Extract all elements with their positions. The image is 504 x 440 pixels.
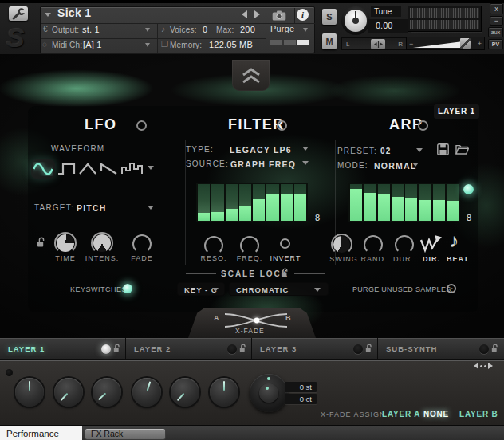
prev-instrument-arrow[interactable] bbox=[242, 10, 247, 18]
tab-layer-2-lock-icon[interactable] bbox=[239, 344, 246, 353]
arp-preset-dropdown-arrow[interactable] bbox=[416, 148, 423, 152]
filter-type-dropdown-arrow[interactable] bbox=[302, 147, 309, 151]
arp-swing-knob[interactable] bbox=[331, 234, 352, 255]
panel-nav-arrows[interactable] bbox=[474, 363, 493, 369]
graph-step-bar[interactable] bbox=[239, 184, 251, 221]
arp-mode-dropdown-arrow[interactable] bbox=[412, 163, 419, 167]
tab-performance[interactable]: Performance bbox=[0, 426, 82, 440]
filter-resonance-knob[interactable] bbox=[204, 236, 223, 255]
arp-power-led[interactable] bbox=[418, 120, 428, 131]
filter-source-value[interactable]: GRAPH FREQ bbox=[230, 159, 296, 169]
waveform-square-icon[interactable] bbox=[57, 163, 76, 175]
next-instrument-arrow[interactable] bbox=[254, 10, 260, 18]
tab-layer-1[interactable]: LAYER 1 bbox=[0, 338, 125, 359]
arp-mode-value[interactable]: NORMAL bbox=[374, 161, 416, 171]
lfo-fade-knob[interactable] bbox=[132, 234, 152, 253]
aux-button[interactable]: aux bbox=[488, 27, 503, 37]
minimize-button[interactable]: − bbox=[490, 16, 503, 26]
volume-handle[interactable] bbox=[460, 38, 471, 49]
snapshot-camera-icon[interactable] bbox=[272, 10, 286, 21]
pitch-semitones-value[interactable]: 0 st bbox=[285, 382, 317, 392]
info-button[interactable]: i bbox=[297, 9, 309, 21]
lfo-lock-icon[interactable] bbox=[37, 237, 45, 248]
arp-direction-icon[interactable] bbox=[419, 234, 443, 253]
tab-sub-synth-led[interactable] bbox=[479, 344, 489, 354]
waveform-saw-icon[interactable] bbox=[100, 163, 118, 175]
load-preset-folder-icon[interactable] bbox=[455, 143, 469, 155]
tab-layer-3-lock-icon[interactable] bbox=[365, 344, 372, 353]
pan-knob[interactable] bbox=[210, 378, 238, 407]
collapse-panel-tab[interactable] bbox=[232, 60, 270, 91]
volume-plus[interactable]: + bbox=[478, 40, 482, 48]
pan-slider[interactable]: L R bbox=[341, 37, 408, 50]
tab-layer-2-led[interactable] bbox=[227, 344, 237, 354]
instrument-menu-arrow[interactable] bbox=[45, 13, 51, 17]
midi-value[interactable]: [A] 1 bbox=[83, 40, 102, 49]
waveform-sine-icon[interactable] bbox=[31, 159, 55, 179]
output-dropdown-arrow[interactable] bbox=[145, 28, 150, 32]
waveform-random-icon[interactable] bbox=[121, 162, 144, 175]
tab-layer-3[interactable]: LAYER 3 bbox=[252, 338, 377, 359]
tab-layer-2[interactable]: LAYER 2 bbox=[126, 338, 251, 359]
arp-step-graph[interactable] bbox=[348, 183, 460, 222]
graph-step-bar[interactable] bbox=[226, 184, 238, 221]
lfo-target-value[interactable]: PITCH bbox=[77, 203, 107, 213]
graph-step-bar[interactable] bbox=[198, 184, 210, 221]
key-dropdown[interactable]: KEY - C bbox=[177, 282, 225, 296]
max-value[interactable]: 200 bbox=[240, 25, 255, 34]
tab-layer-1-lock-icon[interactable] bbox=[113, 344, 120, 353]
tab-sub-synth-lock-icon[interactable] bbox=[491, 344, 498, 353]
arp-duration-knob[interactable] bbox=[395, 235, 414, 254]
graph-step-bar[interactable] bbox=[378, 184, 390, 221]
waveform-dropdown-arrow[interactable] bbox=[148, 166, 154, 170]
release-knob[interactable] bbox=[132, 378, 161, 407]
lfo-time-knob[interactable] bbox=[54, 232, 77, 254]
xfade-assign-layer-b[interactable]: LAYER B bbox=[459, 410, 498, 418]
graph-step-bar[interactable] bbox=[350, 184, 362, 221]
xfade-control[interactable]: A B X-FADE bbox=[188, 308, 316, 338]
output-value[interactable]: st. 1 bbox=[82, 25, 100, 34]
graph-step-bar[interactable] bbox=[281, 184, 293, 221]
pan-handle[interactable] bbox=[371, 39, 385, 49]
xfade-assign-layer-a[interactable]: LAYER A bbox=[382, 410, 420, 418]
pv-button[interactable]: PV bbox=[488, 39, 503, 49]
purge-dropdown-arrow[interactable] bbox=[303, 28, 308, 32]
scale-dropdown[interactable]: CHROMATIC bbox=[229, 282, 329, 296]
graph-step-bar[interactable] bbox=[211, 184, 223, 221]
tab-layer-3-led[interactable] bbox=[353, 344, 363, 354]
filter-source-dropdown-arrow[interactable] bbox=[302, 161, 309, 165]
graph-step-bar[interactable] bbox=[266, 184, 278, 221]
arp-beat-note-icon[interactable]: ♪ bbox=[449, 230, 459, 252]
arp-random-knob[interactable] bbox=[364, 235, 383, 254]
attack-knob[interactable] bbox=[54, 378, 83, 407]
offset-knob[interactable] bbox=[93, 378, 121, 407]
lfo-power-led[interactable] bbox=[136, 120, 147, 131]
filter-type-value[interactable]: LEGACY LP6 bbox=[230, 145, 292, 155]
pitch-cents-value[interactable]: 0 ct bbox=[285, 394, 317, 404]
graph-step-bar[interactable] bbox=[364, 184, 376, 221]
graph-step-bar[interactable] bbox=[419, 184, 431, 221]
graph-step-bar[interactable] bbox=[253, 184, 265, 221]
lfo-target-dropdown-arrow[interactable] bbox=[148, 206, 154, 210]
filter-invert-toggle[interactable] bbox=[280, 238, 290, 249]
graph-step-bar[interactable] bbox=[433, 184, 445, 221]
graph-step-bar[interactable] bbox=[447, 184, 459, 221]
waveform-triangle-icon[interactable] bbox=[79, 163, 96, 175]
tab-layer-1-led[interactable] bbox=[101, 344, 111, 354]
purge-unused-toggle[interactable] bbox=[447, 284, 456, 293]
graph-step-bar[interactable] bbox=[392, 184, 404, 221]
filter-power-led[interactable] bbox=[277, 120, 287, 131]
save-preset-icon[interactable] bbox=[437, 143, 449, 155]
xfade-assign-none[interactable]: NONE bbox=[423, 410, 449, 418]
volume-slider[interactable]: − + bbox=[406, 37, 485, 50]
wrench-button[interactable] bbox=[9, 6, 28, 21]
keyswitches-led[interactable] bbox=[123, 284, 132, 293]
purge-button[interactable]: Purge bbox=[270, 24, 294, 33]
mute-button[interactable]: M bbox=[322, 33, 337, 49]
graph-step-bar[interactable] bbox=[405, 184, 417, 221]
tune-value[interactable]: 0.00 bbox=[376, 21, 392, 30]
solo-button[interactable]: S bbox=[322, 9, 337, 25]
tune-knob[interactable] bbox=[341, 6, 370, 35]
midi-dropdown-arrow[interactable] bbox=[145, 43, 150, 47]
pitch-knob[interactable] bbox=[250, 374, 288, 412]
